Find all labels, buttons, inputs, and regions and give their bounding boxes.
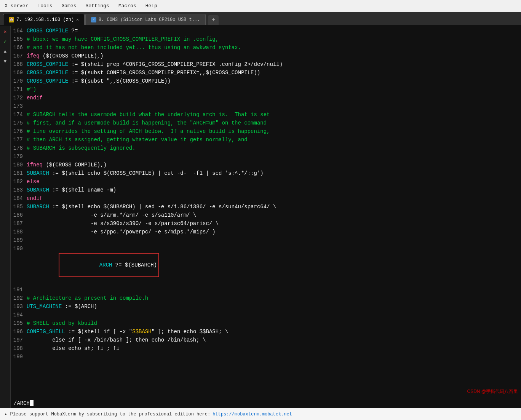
- watermark: CSDN @手撕代码八百里: [467, 388, 518, 395]
- table-row: 164 CROSS_COMPILE ?=: [11, 27, 521, 35]
- table-row: 180 ifneq ($(CROSS_COMPILE),): [11, 161, 521, 169]
- menubar-tools[interactable]: Tools: [36, 2, 54, 10]
- tab-2-label: 8. COM3 (Silicon Labs CP210x USB t...: [99, 17, 200, 22]
- table-row: 199: [11, 353, 521, 361]
- tab-1[interactable]: 🏠 7. 192.168.1.100 (zh) ✕: [3, 14, 85, 25]
- table-row: 165 # bbox: we may have CONFIG_CROSS_COM…: [11, 35, 521, 43]
- sidebar-up-btn[interactable]: ▲: [1, 47, 10, 56]
- table-row: 183 SUBARCH := $(shell uname -m): [11, 186, 521, 194]
- prompt-line: /ARCH: [11, 398, 521, 408]
- table-row: 168 CROSS_COMPILE := $(shell grep ^CONFI…: [11, 60, 521, 69]
- sidebar-check-btn[interactable]: ✓: [1, 37, 10, 46]
- code-area: 164 CROSS_COMPILE ?= 165 # bbox: we may …: [11, 26, 521, 398]
- sidebar-close-btn[interactable]: ✕: [1, 27, 10, 36]
- cursor: [30, 400, 34, 406]
- statusbar-text: ▸ Please support MobaXterm by subscribin…: [5, 411, 210, 417]
- table-row: 174 # SUBARCH tells the usermode build w…: [11, 110, 521, 119]
- table-row: 166 # and it has not been included yet..…: [11, 43, 521, 52]
- table-row: 167 ifeq ($(CROSS_COMPILE),): [11, 52, 521, 60]
- table-row: 176 # line overrides the setting of ARCH…: [11, 127, 521, 136]
- table-row: 194: [11, 311, 521, 319]
- tab-1-icon: 🏠: [9, 17, 14, 22]
- table-row: 184 endif: [11, 194, 521, 203]
- prompt-text: /ARCH: [14, 400, 30, 406]
- table-row: 189: [11, 236, 521, 244]
- table-row: 188 -e s/ppc.*/powerpc/ -e s/mips.*/mips…: [11, 228, 521, 236]
- table-row: 169 CROSS_COMPILE := $(subst CONFIG_CROS…: [11, 69, 521, 77]
- table-row: 173: [11, 102, 521, 110]
- menubar-settings[interactable]: Settings: [84, 2, 110, 10]
- table-row: 186 -e s/arm.*/arm/ -e s/sa110/arm/ \: [11, 211, 521, 219]
- sidebar-down-btn[interactable]: ▼: [1, 57, 10, 65]
- table-row-highlighted: 190 ARCH ?= $(SUBARCH): [11, 244, 521, 286]
- table-row: 179: [11, 152, 521, 161]
- menubar-help[interactable]: Help: [144, 2, 159, 10]
- tab-add-button[interactable]: +: [208, 15, 219, 25]
- table-row: 172 endif: [11, 94, 521, 102]
- table-row: 185 SUBARCH := $(shell echo $(SUBARCH) |…: [11, 203, 521, 211]
- table-row: 193 UTS_MACHINE := $(ARCH): [11, 302, 521, 311]
- tabbar: 🏠 7. 192.168.1.100 (zh) ✕ ⚡ 8. COM3 (Sil…: [0, 12, 521, 26]
- table-row: 198 else echo sh; fi ; fi: [11, 344, 521, 353]
- menubar-xserver[interactable]: X server: [3, 2, 30, 10]
- statusbar: ▸ Please support MobaXterm by subscribin…: [0, 408, 521, 420]
- table-row: 181 SUBARCH := $(shell echo $(CROSS_COMP…: [11, 169, 521, 177]
- table-row: 195 # SHELL used by kbuild: [11, 319, 521, 327]
- table-row: 171 #"): [11, 85, 521, 94]
- tab-2-icon: ⚡: [91, 17, 96, 22]
- table-row: 178 # SUBARCH is subsequently ignored.: [11, 144, 521, 152]
- table-row: 177 # then ARCH is assigned, getting wha…: [11, 136, 521, 144]
- sidebar: ✕ ✓ ▲ ▼: [0, 26, 11, 408]
- table-row: 191: [11, 286, 521, 294]
- tab-1-label: 7. 192.168.1.100 (zh): [16, 17, 74, 22]
- table-row: 175 # first, and if a usermode build is …: [11, 119, 521, 127]
- menubar-macros[interactable]: Macros: [117, 2, 138, 10]
- table-row: 192 # Architecture as present in compile…: [11, 294, 521, 302]
- table-row: 187 -e s/s390x/s390/ -e s/parisc64/paris…: [11, 219, 521, 228]
- menubar-games[interactable]: Games: [60, 2, 78, 10]
- table-row: 182 else: [11, 177, 521, 186]
- menubar: X server Tools Games Settings Macros Hel…: [0, 0, 521, 12]
- table-row: 197 else if [ -x /bin/bash ]; then echo …: [11, 336, 521, 344]
- terminal[interactable]: 164 CROSS_COMPILE ?= 165 # bbox: we may …: [11, 26, 521, 408]
- tab-1-close[interactable]: ✕: [76, 17, 79, 22]
- table-row: 196 CONFIG_SHELL := $(shell if [ -x "$$B…: [11, 327, 521, 336]
- statusbar-link[interactable]: https://mobaxterm.mobatek.net: [213, 412, 292, 417]
- main-container: ✕ ✓ ▲ ▼ 164 CROSS_COMPILE ?= 165 # bbox:…: [0, 26, 521, 408]
- tab-2[interactable]: ⚡ 8. COM3 (Silicon Labs CP210x USB t...: [85, 14, 206, 25]
- table-row: 170 CROSS_COMPILE := $(subst ",,$(CROSS_…: [11, 77, 521, 85]
